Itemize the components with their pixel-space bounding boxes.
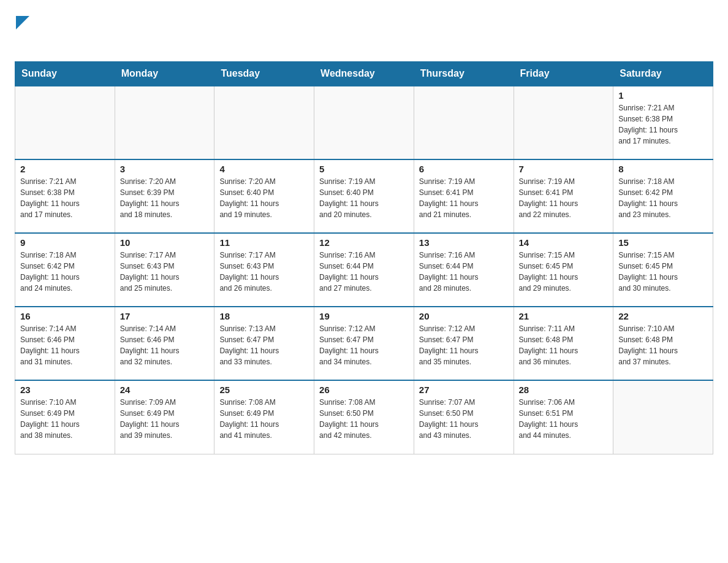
calendar-day-cell: 24Sunrise: 7:09 AMSunset: 6:49 PMDayligh… [115, 380, 214, 454]
day-info: Sunrise: 7:15 AMSunset: 6:45 PMDaylight:… [618, 250, 708, 294]
calendar-day-cell: 20Sunrise: 7:12 AMSunset: 6:47 PMDayligh… [414, 307, 514, 380]
day-info: Sunrise: 7:18 AMSunset: 6:42 PMDaylight:… [618, 176, 708, 220]
day-info: Sunrise: 7:17 AMSunset: 6:43 PMDaylight:… [219, 250, 309, 294]
day-info: Sunrise: 7:13 AMSunset: 6:47 PMDaylight:… [219, 323, 309, 367]
day-number: 3 [120, 164, 210, 174]
day-info: Sunrise: 7:09 AMSunset: 6:49 PMDaylight:… [120, 397, 210, 441]
day-number: 14 [519, 237, 609, 248]
day-number: 7 [519, 164, 609, 174]
day-info: Sunrise: 7:16 AMSunset: 6:44 PMDaylight:… [319, 250, 409, 294]
day-number: 15 [618, 237, 708, 248]
calendar-day-cell: 21Sunrise: 7:11 AMSunset: 6:48 PMDayligh… [514, 307, 613, 380]
calendar-day-cell [613, 380, 713, 454]
day-info: Sunrise: 7:07 AMSunset: 6:50 PMDaylight:… [419, 397, 509, 441]
day-number: 26 [319, 385, 409, 395]
day-info: Sunrise: 7:12 AMSunset: 6:47 PMDaylight:… [319, 323, 409, 367]
calendar-day-cell: 1Sunrise: 7:21 AMSunset: 6:38 PMDaylight… [613, 86, 713, 159]
calendar-day-cell: 18Sunrise: 7:13 AMSunset: 6:47 PMDayligh… [214, 307, 314, 380]
day-info: Sunrise: 7:10 AMSunset: 6:49 PMDaylight:… [20, 397, 110, 441]
calendar-table: SundayMondayTuesdayWednesdayThursdayFrid… [15, 61, 713, 454]
calendar-day-cell: 11Sunrise: 7:17 AMSunset: 6:43 PMDayligh… [214, 233, 314, 307]
day-number: 4 [219, 164, 309, 174]
day-info: Sunrise: 7:10 AMSunset: 6:48 PMDaylight:… [618, 323, 708, 367]
calendar-day-cell: 15Sunrise: 7:15 AMSunset: 6:45 PMDayligh… [613, 233, 713, 307]
calendar-day-cell: 22Sunrise: 7:10 AMSunset: 6:48 PMDayligh… [613, 307, 713, 380]
day-info: Sunrise: 7:12 AMSunset: 6:47 PMDaylight:… [419, 323, 509, 367]
logo-arrow-icon [16, 16, 29, 29]
calendar-week-row: 1Sunrise: 7:21 AMSunset: 6:38 PMDaylight… [15, 86, 713, 159]
day-number: 20 [419, 311, 509, 321]
day-number: 8 [618, 164, 708, 174]
calendar-day-cell: 12Sunrise: 7:16 AMSunset: 6:44 PMDayligh… [314, 233, 414, 307]
calendar-day-cell: 10Sunrise: 7:17 AMSunset: 6:43 PMDayligh… [115, 233, 214, 307]
day-number: 24 [120, 385, 210, 395]
day-number: 28 [519, 385, 609, 395]
calendar-day-cell: 27Sunrise: 7:07 AMSunset: 6:50 PMDayligh… [414, 380, 514, 454]
day-number: 6 [419, 164, 509, 174]
day-number: 16 [20, 311, 110, 321]
day-info: Sunrise: 7:19 AMSunset: 6:40 PMDaylight:… [319, 176, 409, 220]
day-info: Sunrise: 7:20 AMSunset: 6:40 PMDaylight:… [219, 176, 309, 220]
day-number: 10 [120, 237, 210, 248]
page-header [15, 15, 713, 50]
day-number: 9 [20, 237, 110, 248]
column-header-thursday: Thursday [414, 62, 514, 86]
day-number: 23 [20, 385, 110, 395]
logo [15, 15, 29, 50]
day-info: Sunrise: 7:18 AMSunset: 6:42 PMDaylight:… [20, 250, 110, 294]
calendar-week-row: 23Sunrise: 7:10 AMSunset: 6:49 PMDayligh… [15, 380, 713, 454]
calendar-week-row: 16Sunrise: 7:14 AMSunset: 6:46 PMDayligh… [15, 307, 713, 380]
calendar-day-cell: 3Sunrise: 7:20 AMSunset: 6:39 PMDaylight… [115, 159, 214, 233]
day-number: 22 [618, 311, 708, 321]
calendar-day-cell: 7Sunrise: 7:19 AMSunset: 6:41 PMDaylight… [514, 159, 613, 233]
calendar-week-row: 2Sunrise: 7:21 AMSunset: 6:38 PMDaylight… [15, 159, 713, 233]
column-header-tuesday: Tuesday [214, 62, 314, 86]
calendar-day-cell: 19Sunrise: 7:12 AMSunset: 6:47 PMDayligh… [314, 307, 414, 380]
calendar-day-cell: 2Sunrise: 7:21 AMSunset: 6:38 PMDaylight… [15, 159, 115, 233]
column-header-wednesday: Wednesday [314, 62, 414, 86]
column-header-sunday: Sunday [15, 62, 115, 86]
day-number: 19 [319, 311, 409, 321]
day-info: Sunrise: 7:11 AMSunset: 6:48 PMDaylight:… [519, 323, 609, 367]
calendar-day-cell [414, 86, 514, 159]
day-number: 5 [319, 164, 409, 174]
day-number: 21 [519, 311, 609, 321]
day-number: 25 [219, 385, 309, 395]
day-info: Sunrise: 7:21 AMSunset: 6:38 PMDaylight:… [618, 102, 708, 147]
day-number: 17 [120, 311, 210, 321]
calendar-day-cell: 9Sunrise: 7:18 AMSunset: 6:42 PMDaylight… [15, 233, 115, 307]
calendar-day-cell: 5Sunrise: 7:19 AMSunset: 6:40 PMDaylight… [314, 159, 414, 233]
calendar-day-cell: 4Sunrise: 7:20 AMSunset: 6:40 PMDaylight… [214, 159, 314, 233]
day-info: Sunrise: 7:19 AMSunset: 6:41 PMDaylight:… [519, 176, 609, 220]
calendar-day-cell [15, 86, 115, 159]
calendar-week-row: 9Sunrise: 7:18 AMSunset: 6:42 PMDaylight… [15, 233, 713, 307]
day-number: 27 [419, 385, 509, 395]
day-number: 11 [219, 237, 309, 248]
day-info: Sunrise: 7:14 AMSunset: 6:46 PMDaylight:… [120, 323, 210, 367]
day-info: Sunrise: 7:16 AMSunset: 6:44 PMDaylight:… [419, 250, 509, 294]
calendar-day-cell: 17Sunrise: 7:14 AMSunset: 6:46 PMDayligh… [115, 307, 214, 380]
calendar-day-cell [214, 86, 314, 159]
column-header-friday: Friday [514, 62, 613, 86]
day-number: 1 [618, 90, 708, 101]
column-header-monday: Monday [115, 62, 214, 86]
calendar-day-cell: 8Sunrise: 7:18 AMSunset: 6:42 PMDaylight… [613, 159, 713, 233]
calendar-day-cell: 16Sunrise: 7:14 AMSunset: 6:46 PMDayligh… [15, 307, 115, 380]
day-info: Sunrise: 7:08 AMSunset: 6:50 PMDaylight:… [319, 397, 409, 441]
svg-marker-0 [16, 16, 29, 29]
day-number: 2 [20, 164, 110, 174]
day-number: 12 [319, 237, 409, 248]
calendar-day-cell [115, 86, 214, 159]
day-info: Sunrise: 7:20 AMSunset: 6:39 PMDaylight:… [120, 176, 210, 220]
calendar-header-row: SundayMondayTuesdayWednesdayThursdayFrid… [15, 62, 713, 86]
calendar-day-cell: 14Sunrise: 7:15 AMSunset: 6:45 PMDayligh… [514, 233, 613, 307]
calendar-day-cell [514, 86, 613, 159]
calendar-day-cell: 13Sunrise: 7:16 AMSunset: 6:44 PMDayligh… [414, 233, 514, 307]
day-info: Sunrise: 7:15 AMSunset: 6:45 PMDaylight:… [519, 250, 609, 294]
calendar-day-cell: 23Sunrise: 7:10 AMSunset: 6:49 PMDayligh… [15, 380, 115, 454]
calendar-day-cell [314, 86, 414, 159]
day-info: Sunrise: 7:21 AMSunset: 6:38 PMDaylight:… [20, 176, 110, 220]
calendar-day-cell: 26Sunrise: 7:08 AMSunset: 6:50 PMDayligh… [314, 380, 414, 454]
day-number: 18 [219, 311, 309, 321]
day-info: Sunrise: 7:17 AMSunset: 6:43 PMDaylight:… [120, 250, 210, 294]
